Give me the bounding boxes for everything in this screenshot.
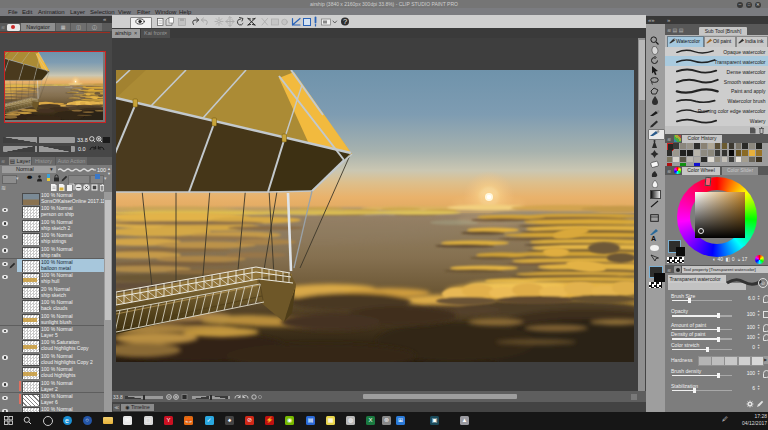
svg-text:?: ? bbox=[343, 17, 347, 26]
